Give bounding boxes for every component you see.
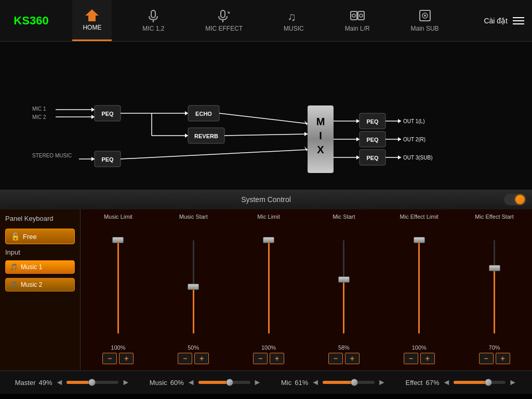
bottom-arrow-left-mic[interactable]: ◄ <box>311 378 320 387</box>
nav-item-home[interactable]: HOME <box>72 0 112 41</box>
svg-marker-25 <box>185 111 188 115</box>
free-label: Free <box>23 233 37 241</box>
slider-minus-music_limit[interactable]: − <box>102 353 117 364</box>
nav-item-mainsub[interactable]: Main SUB <box>401 0 449 41</box>
bottom-arrow-left-effect[interactable]: ◄ <box>443 378 451 387</box>
bottom-slider-thumb-mic[interactable] <box>351 379 358 386</box>
nav-items-container: HOME MIC 1,2 MIC EFFECT ♫ <box>62 0 459 41</box>
slider-track-container-music_limit[interactable] <box>113 231 123 342</box>
slider-minus-mic_effect_limit[interactable]: − <box>404 353 418 364</box>
bottom-slider-master[interactable] <box>66 381 118 384</box>
controls-area: Panel Keyboard 🔓 Free Input 🎵 Music 1 🎵 … <box>0 209 532 370</box>
slider-track-mic_limit <box>268 240 270 334</box>
slider-fill-music_limit <box>117 240 119 334</box>
bottom-slider-thumb-music[interactable] <box>226 379 233 386</box>
slider-pct-mic_start: 58% <box>338 344 350 351</box>
svg-point-14 <box>424 15 426 17</box>
svg-marker-21 <box>91 115 95 119</box>
bottom-bar: Master 49% ◄ ► Music 60% ◄ ► Mic 61% ◄ ►… <box>0 370 532 394</box>
nav-item-miceffect[interactable]: MIC EFFECT <box>195 0 253 41</box>
bottom-slider-effect[interactable] <box>454 381 506 384</box>
slider-track-container-mic_limit[interactable] <box>263 231 274 342</box>
input-music2-button[interactable]: 🎵 Music 2 <box>5 278 75 291</box>
bottom-arrow-right-effect[interactable]: ► <box>509 378 517 387</box>
free-button[interactable]: 🔓 Free <box>5 229 75 244</box>
slider-plus-mic_effect_limit[interactable]: + <box>420 353 435 364</box>
slider-track-container-mic_effect_start[interactable] <box>489 231 500 342</box>
slider-plus-mic_start[interactable]: + <box>345 353 360 364</box>
svg-point-9 <box>352 14 355 17</box>
slider-btns-mic_limit: − + <box>253 353 284 364</box>
bottom-control-effect: Effect 67% ◄ ► <box>405 378 517 387</box>
svg-text:PEQ: PEQ <box>366 155 379 161</box>
svg-text:X: X <box>317 144 324 155</box>
slider-plus-music_limit[interactable]: + <box>119 353 134 364</box>
bottom-control-mic: Mic 61% ◄ ► <box>281 378 386 387</box>
svg-rect-3 <box>221 10 225 18</box>
slider-thumb-music_start[interactable] <box>188 284 199 290</box>
svg-marker-0 <box>85 9 99 21</box>
slider-title-mic_effect_start: Mic Effect Start <box>475 214 513 228</box>
bottom-control-music: Music 60% ◄ ► <box>150 378 262 387</box>
svg-text:STEREO MUSIC: STEREO MUSIC <box>32 153 72 158</box>
slider-minus-music_start[interactable]: − <box>178 353 192 364</box>
home-icon <box>84 8 100 22</box>
bottom-slider-thumb-master[interactable] <box>88 379 96 386</box>
bottom-label-mic: Mic <box>281 379 291 387</box>
slider-title-mic_effect_limit: Mic Effect Limit <box>400 214 438 228</box>
svg-text:MIC 2: MIC 2 <box>32 114 46 120</box>
bottom-arrow-left-master[interactable]: ◄ <box>56 378 64 387</box>
svg-text:OUT 3(SUB): OUT 3(SUB) <box>403 155 433 161</box>
svg-text:REVERB: REVERB <box>194 133 218 139</box>
bottom-slider-music[interactable] <box>198 381 250 384</box>
svg-marker-52 <box>356 155 360 159</box>
bottom-slider-fill-music <box>198 381 230 384</box>
nav-item-mainlr[interactable]: Main L/R <box>335 0 380 41</box>
slider-btns-mic_effect_limit: − + <box>404 353 435 364</box>
slider-thumb-mic_effect_start[interactable] <box>489 265 500 271</box>
slider-thumb-mic_effect_limit[interactable] <box>414 237 425 243</box>
system-toggle[interactable] <box>504 194 526 205</box>
bottom-slider-mic[interactable] <box>323 381 375 384</box>
input-music1-button[interactable]: 🎵 Music 1 <box>5 260 75 274</box>
bottom-pct-effect: 67% <box>425 379 439 387</box>
slider-thumb-mic_limit[interactable] <box>263 237 274 243</box>
bottom-arrow-right-music[interactable]: ► <box>254 378 262 387</box>
slider-minus-mic_start[interactable]: − <box>328 353 343 364</box>
slider-col-mic_limit: Mic Limit 100% − + <box>235 214 302 364</box>
svg-line-35 <box>224 134 308 136</box>
slider-thumb-mic_start[interactable] <box>338 276 350 283</box>
slider-thumb-music_limit[interactable] <box>112 237 124 243</box>
slider-minus-mic_effect_start[interactable]: − <box>479 353 494 364</box>
svg-marker-62 <box>398 137 401 141</box>
nav-item-music[interactable]: ♫ MUSIC <box>273 0 314 41</box>
slider-track-container-mic_start[interactable] <box>339 231 349 342</box>
slider-track-container-mic_effect_limit[interactable] <box>414 231 424 342</box>
slider-plus-mic_limit[interactable]: + <box>270 353 284 364</box>
slider-fill-music_start <box>193 287 194 334</box>
top-navigation: KS360 HOME MIC 1,2 <box>0 0 532 42</box>
slider-track-container-music_start[interactable] <box>188 231 198 342</box>
slider-track-mic_effect_limit <box>418 240 420 334</box>
bottom-slider-thumb-effect[interactable] <box>485 379 492 386</box>
slider-track-music_start <box>193 240 194 334</box>
slider-btns-mic_effect_start: − + <box>479 353 510 364</box>
hamburger-menu[interactable] <box>513 17 524 24</box>
left-panel: Panel Keyboard 🔓 Free Input 🎵 Music 1 🎵 … <box>0 209 81 370</box>
slider-fill-mic_limit <box>268 240 270 334</box>
svg-text:PEQ: PEQ <box>366 118 379 125</box>
signal-diagram-section: MIC 1 MIC 2 STEREO MUSIC PEQ ECHO REVE <box>0 42 532 190</box>
slider-minus-mic_limit[interactable]: − <box>253 353 268 364</box>
bottom-arrow-left-music[interactable]: ◄ <box>187 378 195 387</box>
svg-text:♫: ♫ <box>287 10 296 23</box>
slider-fill-mic_effect_limit <box>418 240 420 334</box>
svg-marker-60 <box>398 119 401 123</box>
bottom-arrow-right-master[interactable]: ► <box>122 378 130 387</box>
bottom-arrow-right-mic[interactable]: ► <box>378 378 386 387</box>
slider-plus-music_start[interactable]: + <box>194 353 209 364</box>
slider-title-mic_start: Mic Start <box>332 214 355 228</box>
nav-item-mic12[interactable]: MIC 1,2 <box>132 0 175 41</box>
mainlr-icon <box>350 9 365 23</box>
slider-plus-mic_effect_start[interactable]: + <box>496 353 510 364</box>
slider-btns-music_start: − + <box>178 353 209 364</box>
